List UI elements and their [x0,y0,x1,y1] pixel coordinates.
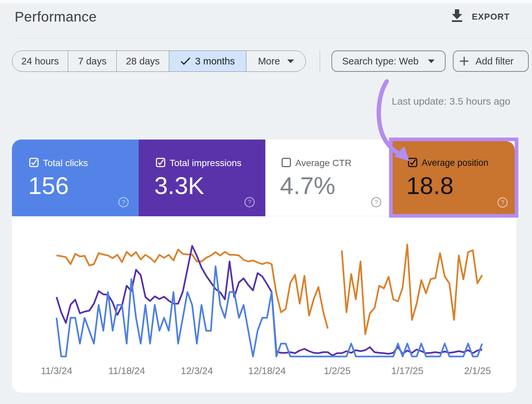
svg-text:?: ? [374,199,378,206]
svg-text:2/1/25: 2/1/25 [464,365,491,376]
svg-text:12/3/24: 12/3/24 [181,365,213,376]
svg-text:12/18/24: 12/18/24 [248,365,286,376]
svg-text:1/17/25: 1/17/25 [391,365,424,376]
svg-text:?: ? [248,199,251,206]
svg-text:?: ? [122,199,125,206]
svg-text:1/2/25: 1/2/25 [324,365,351,376]
svg-text:11/18/24: 11/18/24 [108,365,145,376]
svg-text:11/3/24: 11/3/24 [41,365,72,376]
svg-text:?: ? [501,199,504,206]
